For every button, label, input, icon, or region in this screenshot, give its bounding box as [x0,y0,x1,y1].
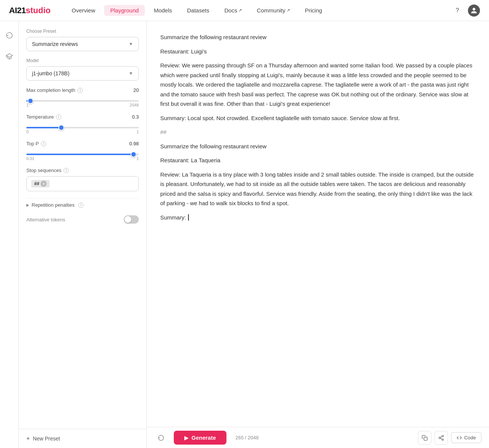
choose-preset-label: Choose Preset [26,29,139,34]
main-layout: Choose Preset Summarize reviews ▼ Model … [0,21,489,448]
nav-links: Overview Playground Models Datasets Docs… [65,5,451,16]
content-line1: Summarize the following restaurant revie… [160,32,475,42]
max-completion-label: Max completion length [26,87,75,93]
alternative-tokens-label: Alternative tokens [26,217,65,222]
toggle-knob [125,216,131,223]
content-line6: Restaurant: La Taqueria [160,155,475,165]
chevron-down-icon: ▼ [129,71,133,76]
temperature-slider[interactable] [26,127,139,128]
repetition-penalties-info-icon[interactable]: i [78,203,84,208]
svg-line-4 [440,438,442,439]
side-icons [0,21,19,448]
logo-studio: studio [26,6,50,15]
alternative-tokens-section: Alternative tokens [26,212,139,227]
refresh-button[interactable] [154,431,168,445]
top-p-slider[interactable] [26,154,139,155]
svg-point-3 [442,439,443,440]
user-avatar[interactable] [468,5,480,17]
play-icon: ▶ [184,435,188,441]
token-count: 265 / 2048 [235,435,258,440]
bottom-right-buttons: Code [418,431,481,445]
top-p-max: 1 [137,156,139,161]
external-link-icon: ↗ [238,8,242,13]
content-line5: Summarize the following restaurant revie… [160,142,475,151]
content-review2: Review: La Taqueria is a tiny place with… [160,170,475,208]
repetition-penalties-label: Repetition penalties [32,202,74,208]
external-link-icon: ↗ [287,8,290,13]
max-completion-section: Max completion length i 20 1 2048 [26,87,139,107]
stop-sequences-input[interactable]: ## × [26,176,139,191]
summary-label: Summary: [160,214,186,221]
temperature-label: Temperature [26,114,54,120]
top-p-info-icon[interactable]: i [41,141,46,146]
stop-sequences-section: Stop sequences i ## × [26,168,139,191]
preset-dropdown[interactable]: Summarize reviews ▼ [26,37,139,51]
svg-rect-0 [424,437,427,440]
bottom-bar: ▶ Generate 265 / 2048 Code [147,427,489,448]
content-summary2: Summary: [160,213,475,222]
nav-models[interactable]: Models [148,5,178,16]
generate-button[interactable]: ▶ Generate [174,431,226,445]
alternative-tokens-toggle[interactable] [124,215,139,224]
svg-point-1 [442,435,443,437]
svg-point-2 [439,437,440,439]
temperature-info-icon[interactable]: i [56,114,61,120]
content-line2: Restaurant: Luigi's [160,47,475,56]
plus-icon: + [26,435,30,442]
content-review1: Review: We were passing through SF on a … [160,61,475,109]
top-navigation: AI21 studio Overview Playground Models D… [0,0,489,21]
text-editor[interactable]: Summarize the following restaurant revie… [147,21,489,427]
content-summary1: Summary: Local spot. Not crowded. Excell… [160,113,475,123]
left-panel-footer: + New Preset [19,429,146,448]
content-separator: ## [160,127,475,137]
top-p-min: 0.01 [26,156,34,161]
nav-playground[interactable]: Playground [104,5,145,16]
top-p-value: 0.98 [129,141,139,146]
model-dropdown[interactable]: j1-jumbo (178B) ▼ [26,66,139,81]
content-area: Summarize the following restaurant revie… [147,21,489,448]
code-label: Code [464,435,476,440]
code-button[interactable]: Code [451,432,481,443]
logo-ai21: AI21 [9,6,26,15]
nav-pricing[interactable]: Pricing [299,5,328,16]
history-icon[interactable] [3,29,16,42]
temperature-section: Temperature i 0.3 0 1 [26,114,139,134]
top-p-label: Top P [26,141,39,146]
new-preset-label: New Preset [33,436,60,442]
copy-button[interactable] [418,431,431,445]
max-completion-max: 2048 [130,103,139,107]
repetition-penalties-section[interactable]: ▶ Repetition penalties i [26,198,139,212]
svg-line-5 [440,436,442,437]
nav-overview[interactable]: Overview [65,5,101,16]
max-completion-value: 20 [134,87,139,93]
stop-sequences-label: Stop sequences [26,168,61,173]
top-p-section: Top P i 0.98 0.01 1 [26,141,139,161]
chevron-right-icon: ▶ [26,203,29,207]
temperature-min: 0 [26,130,29,134]
max-completion-info-icon[interactable]: i [77,88,83,93]
graduation-icon[interactable] [3,50,16,63]
stop-tag-value: ## [34,181,39,186]
stop-tag-hash: ## × [31,180,50,187]
max-completion-min: 1 [26,103,29,107]
model-value: j1-jumbo (178B) [32,70,70,76]
nav-docs[interactable]: Docs ↗ [218,5,248,16]
share-button[interactable] [434,431,448,445]
help-button[interactable]: ? [451,5,463,17]
nav-datasets[interactable]: Datasets [181,5,215,16]
model-label: Model [26,58,139,63]
generate-label: Generate [191,434,216,441]
temperature-max: 1 [137,130,139,134]
new-preset-button[interactable]: + New Preset [26,435,60,442]
temperature-value: 0.3 [132,114,139,120]
stop-sequences-info-icon[interactable]: i [64,168,69,173]
chevron-down-icon: ▼ [129,41,133,47]
nav-community[interactable]: Community ↗ [251,5,296,16]
stop-tag-remove-button[interactable]: × [41,181,47,187]
max-completion-slider[interactable] [26,100,139,102]
nav-right: ? [451,5,480,17]
left-panel: Choose Preset Summarize reviews ▼ Model … [19,21,147,448]
logo: AI21 studio [9,6,50,15]
preset-value: Summarize reviews [32,41,78,47]
